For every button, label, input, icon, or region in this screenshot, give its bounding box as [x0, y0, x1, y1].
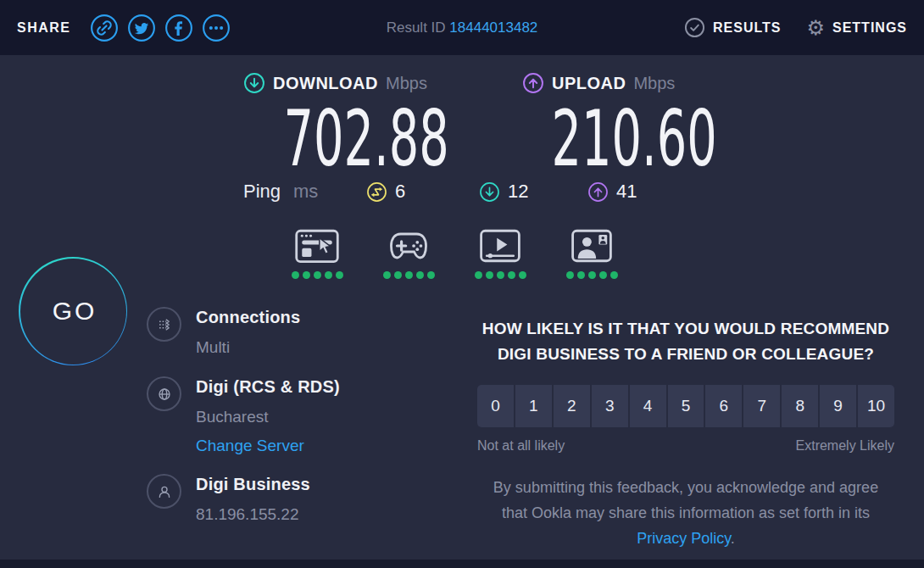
streaming-rating-dots: [475, 271, 526, 279]
connections-title: Connections: [196, 308, 300, 327]
ping-download-value: 12: [508, 181, 528, 203]
nps-score-button[interactable]: 10: [858, 385, 894, 427]
upload-unit: Mbps: [633, 74, 675, 93]
share-link-button[interactable]: [90, 14, 119, 42]
nps-score-button[interactable]: 6: [705, 385, 742, 427]
nps-score-button[interactable]: 7: [743, 385, 780, 427]
survey-question-line1: HOW LIKELY IS IT THAT YOU WOULD RECOMMEN…: [477, 316, 894, 342]
ping-row: Ping ms 6 12: [243, 181, 684, 208]
server-location: Bucharest: [196, 408, 340, 426]
server-name: Digi (RCS & RDS): [196, 377, 340, 397]
rating-dot: [292, 271, 299, 279]
rating-dot: [610, 271, 618, 279]
ping-idle-group: 6: [366, 181, 405, 203]
upload-arrow-icon: [522, 72, 544, 94]
nps-score-button[interactable]: 4: [630, 385, 666, 427]
rating-dot: [588, 271, 596, 279]
settings-label: SETTINGS: [832, 20, 907, 36]
rating-dot: [508, 271, 515, 279]
header-bar: SHARE: [0, 0, 924, 55]
gear-icon: ⚙: [806, 18, 825, 38]
activity-streaming: [470, 226, 530, 279]
survey-disclaimer: By submitting this feedback, you acknowl…: [481, 475, 890, 551]
isp-name: Digi Business: [196, 475, 310, 494]
nps-max-label: Extremely Likely: [796, 438, 894, 454]
share-label: SHARE: [17, 20, 71, 36]
upload-label: UPLOAD: [552, 74, 626, 93]
download-value: 702.88: [284, 101, 415, 177]
rating-dot: [519, 271, 526, 279]
activity-gaming: [379, 226, 438, 279]
activity-ratings: [287, 226, 621, 279]
nps-score-button[interactable]: 0: [477, 385, 514, 427]
rating-dot: [566, 271, 574, 279]
download-arrow-icon: [243, 72, 265, 94]
result-id: Result ID 18444013482: [387, 19, 538, 36]
browsing-icon: [293, 226, 341, 265]
rating-dot: [336, 271, 343, 279]
rating-dot: [416, 271, 424, 279]
rating-dot: [427, 271, 435, 279]
connections-value: Multi: [196, 338, 300, 357]
user-icon: [147, 474, 181, 509]
isp-info: Digi Business 81.196.155.22: [147, 474, 310, 524]
settings-nav-button[interactable]: ⚙ SETTINGS: [806, 18, 907, 38]
rating-dot: [599, 271, 607, 279]
disclaimer-text-after: .: [731, 530, 735, 547]
nps-score-button[interactable]: 5: [668, 385, 704, 427]
nps-survey: HOW LIKELY IS IT THAT YOU WOULD RECOMMEN…: [477, 316, 894, 551]
nps-score-button[interactable]: 2: [554, 385, 590, 427]
results-label: RESULTS: [713, 20, 781, 36]
nps-score-button[interactable]: 9: [820, 385, 856, 427]
server-info: Digi (RCS & RDS) Bucharest Change Server: [147, 376, 340, 455]
rating-dot: [475, 271, 482, 279]
share-twitter-button[interactable]: [127, 14, 156, 42]
share-group: SHARE: [17, 14, 231, 42]
more-icon: [202, 14, 231, 42]
footer-strip: [0, 560, 924, 568]
rating-dot: [486, 271, 493, 279]
isp-ip-address: 81.196.155.22: [196, 505, 310, 524]
results-nav-button[interactable]: RESULTS: [684, 17, 781, 38]
upload-arrow-icon: [587, 181, 609, 203]
header-nav: RESULTS ⚙ SETTINGS: [684, 17, 907, 38]
change-server-link[interactable]: Change Server: [196, 437, 340, 455]
nps-score-button[interactable]: 8: [782, 385, 818, 427]
connections-icon: [147, 307, 181, 342]
main-area: DOWNLOAD Mbps 702.88 UPLOAD Mbps 210.60 …: [0, 55, 924, 560]
survey-question-line2: DIGI BUSINESS TO A FRIEND OR COLLEAGUE?: [477, 342, 894, 367]
result-id-value[interactable]: 18444013482: [449, 19, 537, 36]
streaming-icon: [476, 226, 524, 265]
connections-info: Connections Multi: [147, 307, 300, 357]
ping-idle-value: 6: [395, 181, 405, 203]
idle-latency-icon: [366, 181, 387, 203]
check-circle-icon: [684, 17, 705, 38]
globe-icon: [147, 376, 181, 411]
ping-label-group: Ping ms: [243, 181, 318, 203]
link-icon: [90, 14, 119, 42]
rating-dot: [497, 271, 504, 279]
share-facebook-button[interactable]: [164, 14, 193, 42]
share-more-button[interactable]: [202, 14, 231, 42]
upload-value: 210.60: [552, 101, 648, 177]
activity-browsing: [287, 226, 347, 279]
rating-dot: [325, 271, 332, 279]
rating-dot: [314, 271, 321, 279]
rating-dot: [394, 271, 402, 279]
privacy-policy-link[interactable]: Privacy Policy: [637, 530, 731, 547]
nps-score-button[interactable]: 1: [515, 385, 552, 427]
go-button[interactable]: GO: [19, 257, 127, 365]
nps-score-button[interactable]: 3: [592, 385, 628, 427]
activity-video-chat: [562, 226, 621, 279]
browsing-rating-dots: [292, 271, 343, 279]
gaming-icon: [385, 226, 432, 265]
nps-min-label: Not at all likely: [477, 438, 565, 454]
gaming-rating-dots: [383, 271, 435, 279]
disclaimer-text-before: By submitting this feedback, you acknowl…: [493, 479, 878, 521]
download-result: DOWNLOAD Mbps 702.88: [243, 72, 455, 177]
download-unit: Mbps: [386, 74, 427, 93]
rating-dot: [303, 271, 310, 279]
ping-upload-group: 41: [587, 181, 637, 203]
nps-scale: 012345678910: [477, 385, 894, 427]
twitter-icon: [127, 14, 156, 42]
